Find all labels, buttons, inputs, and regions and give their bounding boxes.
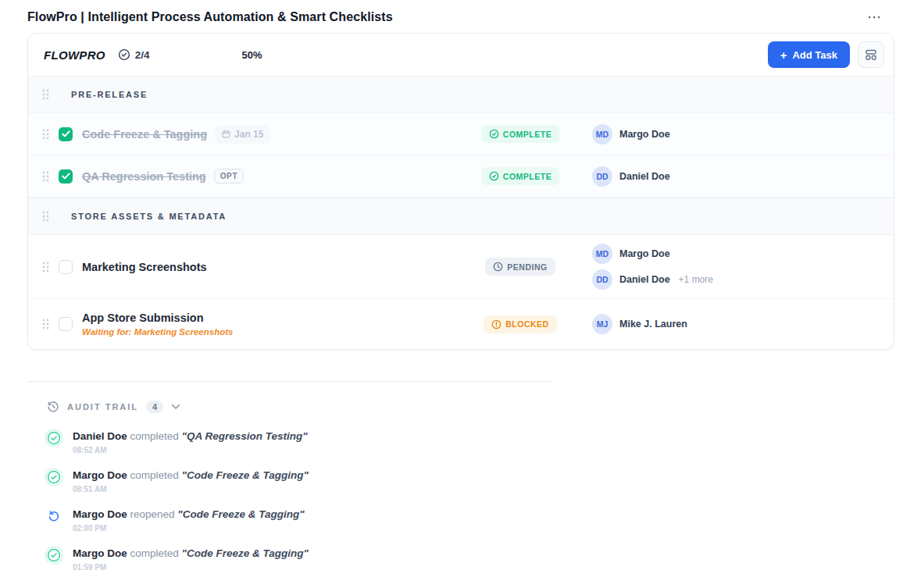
audit-entry-text: Margo Doe reopened "Code Freeze & Taggin…: [73, 508, 305, 520]
status-label: BLOCKED: [505, 319, 548, 329]
status-column: COMPLETE: [466, 167, 575, 185]
drag-handle-icon[interactable]: [42, 211, 49, 222]
status-column: PENDING: [466, 258, 575, 276]
ellipsis-menu-icon[interactable]: ⋯: [862, 9, 886, 26]
assignee-name: Daniel Doe: [619, 171, 670, 182]
check-circle-icon: [489, 129, 499, 139]
audit-entry-body: Daniel Doe completed "QA Regression Test…: [73, 430, 308, 454]
audit-entry-text: Daniel Doe completed "QA Regression Test…: [73, 430, 308, 442]
assignee: MJ Mike J. Lauren: [592, 314, 881, 334]
section-header-pre-release: PRE-RELEASE: [28, 76, 894, 113]
audit-entry-body: Margo Doe completed "Code Freeze & Taggi…: [73, 547, 309, 572]
view-toggle-button[interactable]: [858, 41, 884, 68]
checklist-card: FLOWPRO 2/4 50% + Add Task PRE-RELEASE: [27, 33, 894, 350]
reopened-icon: [47, 509, 61, 523]
add-task-label: Add Task: [792, 49, 837, 61]
audit-trail-section: AUDIT TRAIL 4 Daniel Doe completed "QA R…: [47, 401, 903, 572]
task-title-zone: QA Regression Testing OPT: [82, 169, 466, 184]
section-divider: [27, 381, 551, 382]
audit-action: completed: [130, 430, 179, 442]
top-bar: FlowPro | Intelligent Process Automation…: [0, 0, 903, 30]
status-column: BLOCKED: [466, 315, 575, 333]
chevron-down-icon[interactable]: [171, 404, 180, 410]
task-title-zone: Marketing Screenshots: [82, 261, 466, 273]
assignee-column: MD Margo Doe: [575, 124, 881, 144]
status-badge-complete[interactable]: COMPLETE: [481, 125, 559, 143]
drag-handle-icon[interactable]: [42, 262, 49, 273]
audit-action: reopened: [130, 508, 175, 520]
section-title: STORE ASSETS & METADATA: [71, 212, 227, 221]
plus-icon: +: [780, 49, 787, 61]
more-assignees-label[interactable]: +1 more: [679, 274, 713, 285]
audit-timestamp: 02:00 PM: [73, 524, 305, 533]
assignee: MD Margo Doe: [592, 244, 881, 264]
progress-percent: 50%: [242, 49, 262, 61]
audit-count-badge: 4: [146, 401, 163, 413]
avatar: MD: [592, 244, 612, 264]
audit-entry-text: Margo Doe completed "Code Freeze & Taggi…: [73, 469, 309, 481]
audit-task-name: "Code Freeze & Tagging": [182, 469, 309, 481]
task-row: QA Regression Testing OPT COMPLETE DD Da…: [28, 155, 894, 198]
audit-action: completed: [130, 547, 179, 559]
check-circle-icon: [489, 171, 499, 181]
assignee: DD Daniel Doe: [592, 166, 881, 187]
status-label: COMPLETE: [503, 172, 551, 181]
audit-entry-body: Margo Doe completed "Code Freeze & Taggi…: [73, 469, 309, 494]
audit-actor: Daniel Doe: [73, 430, 127, 442]
add-task-button[interactable]: + Add Task: [768, 41, 850, 68]
page-title: FlowPro | Intelligent Process Automation…: [27, 10, 393, 24]
assignee-column: DD Daniel Doe: [575, 166, 881, 187]
drag-handle-icon[interactable]: [42, 129, 49, 140]
assignee-column: MD Margo Doe DD Daniel Doe +1 more: [575, 244, 881, 290]
audit-entry-text: Margo Doe completed "Code Freeze & Taggi…: [73, 547, 309, 559]
avatar: DD: [592, 269, 612, 290]
checkmark-icon: [62, 130, 70, 137]
checkmark-icon: [62, 173, 70, 180]
task-title-zone: App Store Submission Waiting for: Market…: [82, 312, 466, 337]
status-badge-pending[interactable]: PENDING: [485, 258, 555, 276]
audit-entry: Margo Doe reopened "Code Freeze & Taggin…: [47, 508, 903, 533]
section-header-store-assets: STORE ASSETS & METADATA: [28, 198, 894, 235]
assignee: MD Margo Doe: [592, 124, 881, 144]
drag-handle-icon[interactable]: [42, 171, 49, 182]
task-checkbox-checked[interactable]: [59, 127, 73, 141]
task-checkbox-checked[interactable]: [59, 169, 73, 184]
due-date-label: Jan 15: [234, 129, 263, 140]
task-checkbox-unchecked[interactable]: [59, 260, 73, 274]
avatar: MJ: [592, 314, 612, 334]
assignee-name: Mike J. Lauren: [619, 319, 687, 330]
audit-trail-title: AUDIT TRAIL: [67, 402, 138, 412]
blocked-dependency-note: Waiting for: Marketing Screenshots: [82, 327, 233, 337]
due-date-badge: Jan 15: [215, 125, 270, 144]
audit-entries-list: Daniel Doe completed "QA Regression Test…: [47, 430, 903, 572]
audit-timestamp: 08:51 AM: [73, 485, 309, 494]
audit-entry: Margo Doe completed "Code Freeze & Taggi…: [47, 547, 903, 572]
task-checkbox-unchecked[interactable]: [59, 317, 73, 331]
task-row: Marketing Screenshots PENDING MD Margo D…: [28, 235, 894, 299]
audit-trail-header[interactable]: AUDIT TRAIL 4: [47, 401, 903, 413]
status-label: COMPLETE: [503, 130, 551, 139]
drag-handle-icon[interactable]: [42, 89, 49, 100]
status-badge-complete[interactable]: COMPLETE: [481, 167, 559, 185]
completed-check-icon: [47, 431, 61, 445]
assignee-name: Margo Doe: [619, 129, 670, 140]
completed-check-icon: [47, 548, 61, 562]
status-badge-blocked[interactable]: BLOCKED: [484, 315, 556, 333]
assignee-column: MJ Mike J. Lauren: [575, 314, 881, 334]
audit-actor: Margo Doe: [73, 547, 127, 559]
assignee-name: Margo Doe: [619, 248, 670, 259]
task-title: Marketing Screenshots: [82, 261, 207, 273]
board-layout-icon: [864, 48, 878, 62]
clock-icon: [493, 262, 503, 272]
audit-entry-body: Margo Doe reopened "Code Freeze & Taggin…: [73, 508, 305, 533]
audit-task-name: "Code Freeze & Tagging": [182, 547, 309, 559]
progress-count-group: 2/4: [118, 48, 150, 61]
audit-actor: Margo Doe: [73, 469, 127, 481]
brand-logo: FLOWPRO: [44, 48, 105, 62]
drag-handle-icon[interactable]: [42, 319, 49, 330]
audit-entry: Daniel Doe completed "QA Regression Test…: [47, 430, 903, 454]
audit-action: completed: [130, 469, 179, 481]
assignee-name: Daniel Doe: [619, 274, 670, 285]
alert-circle-icon: [491, 319, 501, 330]
avatar: MD: [592, 124, 612, 144]
